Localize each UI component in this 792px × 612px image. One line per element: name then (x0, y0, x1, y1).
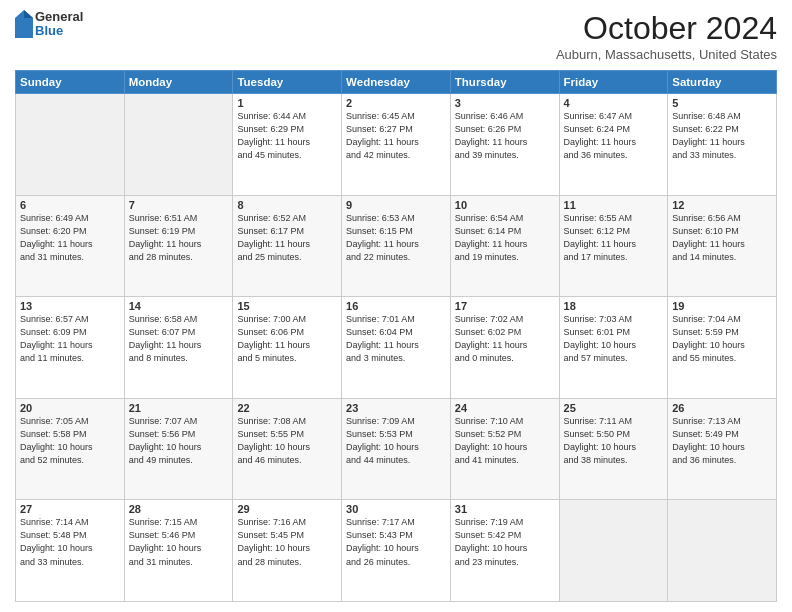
day-number: 4 (564, 97, 664, 109)
day-info: Sunrise: 7:05 AM Sunset: 5:58 PM Dayligh… (20, 415, 120, 467)
calendar-cell: 21Sunrise: 7:07 AM Sunset: 5:56 PM Dayli… (124, 398, 233, 500)
day-info: Sunrise: 7:14 AM Sunset: 5:48 PM Dayligh… (20, 516, 120, 568)
day-number: 28 (129, 503, 229, 515)
logo: General Blue (15, 10, 83, 39)
day-of-week-thursday: Thursday (450, 71, 559, 94)
calendar-cell: 29Sunrise: 7:16 AM Sunset: 5:45 PM Dayli… (233, 500, 342, 602)
calendar-week-row: 27Sunrise: 7:14 AM Sunset: 5:48 PM Dayli… (16, 500, 777, 602)
day-number: 11 (564, 199, 664, 211)
calendar-cell: 3Sunrise: 6:46 AM Sunset: 6:26 PM Daylig… (450, 94, 559, 196)
calendar-cell: 1Sunrise: 6:44 AM Sunset: 6:29 PM Daylig… (233, 94, 342, 196)
calendar-cell (16, 94, 125, 196)
calendar-cell: 14Sunrise: 6:58 AM Sunset: 6:07 PM Dayli… (124, 297, 233, 399)
calendar-cell: 20Sunrise: 7:05 AM Sunset: 5:58 PM Dayli… (16, 398, 125, 500)
day-number: 30 (346, 503, 446, 515)
day-info: Sunrise: 7:01 AM Sunset: 6:04 PM Dayligh… (346, 313, 446, 365)
calendar-cell: 13Sunrise: 6:57 AM Sunset: 6:09 PM Dayli… (16, 297, 125, 399)
day-info: Sunrise: 7:03 AM Sunset: 6:01 PM Dayligh… (564, 313, 664, 365)
day-number: 17 (455, 300, 555, 312)
day-of-week-tuesday: Tuesday (233, 71, 342, 94)
calendar-cell: 7Sunrise: 6:51 AM Sunset: 6:19 PM Daylig… (124, 195, 233, 297)
svg-marker-1 (24, 10, 33, 18)
calendar-week-row: 20Sunrise: 7:05 AM Sunset: 5:58 PM Dayli… (16, 398, 777, 500)
day-number: 25 (564, 402, 664, 414)
calendar-cell (668, 500, 777, 602)
day-number: 1 (237, 97, 337, 109)
day-info: Sunrise: 7:11 AM Sunset: 5:50 PM Dayligh… (564, 415, 664, 467)
day-info: Sunrise: 7:17 AM Sunset: 5:43 PM Dayligh… (346, 516, 446, 568)
logo-blue-text: Blue (35, 24, 83, 38)
day-number: 19 (672, 300, 772, 312)
calendar-header-row: SundayMondayTuesdayWednesdayThursdayFrid… (16, 71, 777, 94)
day-info: Sunrise: 6:58 AM Sunset: 6:07 PM Dayligh… (129, 313, 229, 365)
day-info: Sunrise: 7:04 AM Sunset: 5:59 PM Dayligh… (672, 313, 772, 365)
day-number: 15 (237, 300, 337, 312)
logo-general-text: General (35, 10, 83, 24)
calendar-table: SundayMondayTuesdayWednesdayThursdayFrid… (15, 70, 777, 602)
day-number: 2 (346, 97, 446, 109)
day-number: 31 (455, 503, 555, 515)
day-of-week-monday: Monday (124, 71, 233, 94)
day-info: Sunrise: 6:53 AM Sunset: 6:15 PM Dayligh… (346, 212, 446, 264)
day-info: Sunrise: 7:08 AM Sunset: 5:55 PM Dayligh… (237, 415, 337, 467)
day-number: 21 (129, 402, 229, 414)
day-info: Sunrise: 6:45 AM Sunset: 6:27 PM Dayligh… (346, 110, 446, 162)
title-block: October 2024 Auburn, Massachusetts, Unit… (556, 10, 777, 62)
calendar-cell: 26Sunrise: 7:13 AM Sunset: 5:49 PM Dayli… (668, 398, 777, 500)
day-of-week-friday: Friday (559, 71, 668, 94)
header: General Blue October 2024 Auburn, Massac… (15, 10, 777, 62)
day-number: 26 (672, 402, 772, 414)
location: Auburn, Massachusetts, United States (556, 47, 777, 62)
day-info: Sunrise: 6:57 AM Sunset: 6:09 PM Dayligh… (20, 313, 120, 365)
logo-text: General Blue (35, 10, 83, 39)
calendar-cell: 10Sunrise: 6:54 AM Sunset: 6:14 PM Dayli… (450, 195, 559, 297)
calendar-cell: 19Sunrise: 7:04 AM Sunset: 5:59 PM Dayli… (668, 297, 777, 399)
day-info: Sunrise: 7:09 AM Sunset: 5:53 PM Dayligh… (346, 415, 446, 467)
day-number: 18 (564, 300, 664, 312)
calendar-cell (559, 500, 668, 602)
day-number: 10 (455, 199, 555, 211)
day-info: Sunrise: 6:51 AM Sunset: 6:19 PM Dayligh… (129, 212, 229, 264)
day-number: 6 (20, 199, 120, 211)
day-info: Sunrise: 6:54 AM Sunset: 6:14 PM Dayligh… (455, 212, 555, 264)
day-info: Sunrise: 7:16 AM Sunset: 5:45 PM Dayligh… (237, 516, 337, 568)
calendar-cell (124, 94, 233, 196)
calendar-cell: 22Sunrise: 7:08 AM Sunset: 5:55 PM Dayli… (233, 398, 342, 500)
day-info: Sunrise: 6:46 AM Sunset: 6:26 PM Dayligh… (455, 110, 555, 162)
calendar-cell: 25Sunrise: 7:11 AM Sunset: 5:50 PM Dayli… (559, 398, 668, 500)
day-info: Sunrise: 6:49 AM Sunset: 6:20 PM Dayligh… (20, 212, 120, 264)
calendar-cell: 4Sunrise: 6:47 AM Sunset: 6:24 PM Daylig… (559, 94, 668, 196)
day-number: 9 (346, 199, 446, 211)
calendar-cell: 16Sunrise: 7:01 AM Sunset: 6:04 PM Dayli… (342, 297, 451, 399)
calendar-cell: 30Sunrise: 7:17 AM Sunset: 5:43 PM Dayli… (342, 500, 451, 602)
day-info: Sunrise: 7:13 AM Sunset: 5:49 PM Dayligh… (672, 415, 772, 467)
day-number: 7 (129, 199, 229, 211)
day-number: 27 (20, 503, 120, 515)
day-number: 22 (237, 402, 337, 414)
calendar-cell: 12Sunrise: 6:56 AM Sunset: 6:10 PM Dayli… (668, 195, 777, 297)
day-info: Sunrise: 7:00 AM Sunset: 6:06 PM Dayligh… (237, 313, 337, 365)
calendar-cell: 24Sunrise: 7:10 AM Sunset: 5:52 PM Dayli… (450, 398, 559, 500)
calendar-cell: 27Sunrise: 7:14 AM Sunset: 5:48 PM Dayli… (16, 500, 125, 602)
day-number: 16 (346, 300, 446, 312)
day-number: 13 (20, 300, 120, 312)
month-title: October 2024 (556, 10, 777, 47)
day-info: Sunrise: 6:47 AM Sunset: 6:24 PM Dayligh… (564, 110, 664, 162)
day-of-week-wednesday: Wednesday (342, 71, 451, 94)
calendar-week-row: 1Sunrise: 6:44 AM Sunset: 6:29 PM Daylig… (16, 94, 777, 196)
day-info: Sunrise: 6:55 AM Sunset: 6:12 PM Dayligh… (564, 212, 664, 264)
day-number: 12 (672, 199, 772, 211)
day-info: Sunrise: 7:19 AM Sunset: 5:42 PM Dayligh… (455, 516, 555, 568)
calendar-cell: 9Sunrise: 6:53 AM Sunset: 6:15 PM Daylig… (342, 195, 451, 297)
day-number: 24 (455, 402, 555, 414)
day-info: Sunrise: 6:52 AM Sunset: 6:17 PM Dayligh… (237, 212, 337, 264)
calendar-week-row: 6Sunrise: 6:49 AM Sunset: 6:20 PM Daylig… (16, 195, 777, 297)
day-of-week-sunday: Sunday (16, 71, 125, 94)
calendar-cell: 15Sunrise: 7:00 AM Sunset: 6:06 PM Dayli… (233, 297, 342, 399)
calendar-cell: 5Sunrise: 6:48 AM Sunset: 6:22 PM Daylig… (668, 94, 777, 196)
calendar-cell: 17Sunrise: 7:02 AM Sunset: 6:02 PM Dayli… (450, 297, 559, 399)
calendar-cell: 2Sunrise: 6:45 AM Sunset: 6:27 PM Daylig… (342, 94, 451, 196)
calendar-cell: 11Sunrise: 6:55 AM Sunset: 6:12 PM Dayli… (559, 195, 668, 297)
calendar-cell: 31Sunrise: 7:19 AM Sunset: 5:42 PM Dayli… (450, 500, 559, 602)
day-number: 20 (20, 402, 120, 414)
